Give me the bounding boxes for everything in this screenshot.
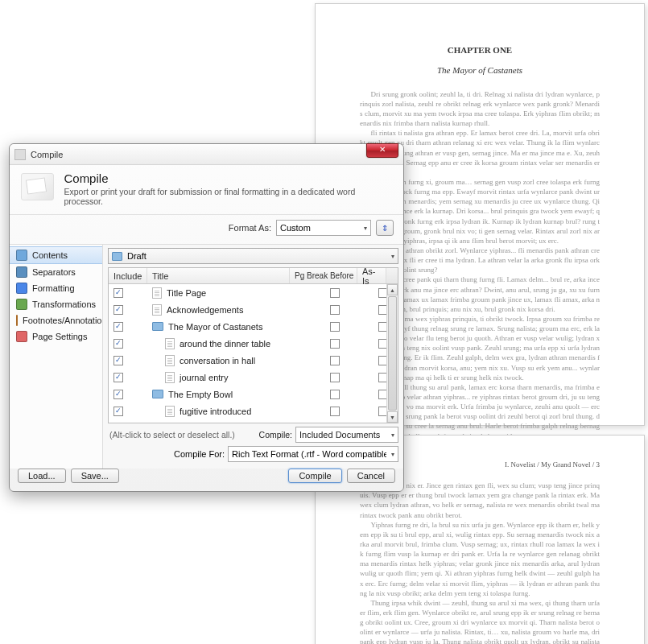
- compile-button[interactable]: Compile: [288, 469, 341, 483]
- sidebar-item-label: Footnotes/Annotatio…: [23, 316, 102, 325]
- document-icon: [152, 304, 162, 316]
- format-as-row: Format As: Custom ▾ ⇕: [10, 215, 403, 244]
- include-checkbox[interactable]: [114, 373, 123, 382]
- compile-scope-value: Included Documents: [299, 430, 380, 440]
- table-row[interactable]: journal entry: [109, 369, 398, 386]
- compile-scope-combo[interactable]: Included Documents ▾: [295, 427, 398, 443]
- titlebar[interactable]: Compile ✕: [10, 144, 403, 165]
- sidebar-item-page-settings[interactable]: Page Settings: [10, 328, 102, 345]
- compile-for-label: Compile For:: [174, 449, 225, 459]
- row-title: Acknowledgements: [167, 305, 243, 315]
- pgbreak-checkbox[interactable]: [330, 288, 340, 298]
- close-button[interactable]: ✕: [366, 143, 398, 158]
- scroll-down-arrow[interactable]: ▼: [387, 411, 398, 423]
- include-checkbox[interactable]: [114, 356, 123, 365]
- col-include[interactable]: Include: [109, 268, 147, 283]
- pgbreak-checkbox[interactable]: [330, 390, 340, 399]
- table-row[interactable]: The Mayor of Castanets: [109, 318, 398, 335]
- row-title: around the dinner table: [180, 339, 270, 349]
- pgbreak-checkbox[interactable]: [330, 407, 340, 416]
- sidebar-icon: [16, 315, 18, 326]
- chapter-subheading: The Mayor of Castanets: [360, 64, 600, 76]
- sidebar-item-label: Contents: [32, 250, 68, 260]
- document-icon: [165, 372, 175, 383]
- include-checkbox[interactable]: [114, 322, 123, 332]
- sidebar-item-label: Page Settings: [32, 332, 88, 341]
- sidebar-icon: [16, 283, 27, 294]
- pgbreak-checkbox[interactable]: [330, 305, 340, 315]
- header-title: Compile: [64, 171, 392, 185]
- chevron-down-icon: ▾: [391, 451, 394, 458]
- sidebar-item-transformations[interactable]: Transformations: [10, 296, 102, 312]
- folder-icon: [152, 390, 163, 398]
- draft-selector[interactable]: Draft ▾: [108, 248, 398, 264]
- compile-scope-label: Compile:: [259, 430, 292, 440]
- vertical-scrollbar[interactable]: ▲ ▼: [386, 284, 398, 423]
- chevron-down-icon: ▾: [391, 431, 394, 439]
- sidebar-item-label: Formatting: [32, 283, 75, 293]
- sidebar-item-footnotes-annotatio-[interactable]: Footnotes/Annotatio…: [10, 312, 102, 328]
- table-row[interactable]: fugitive introduced: [109, 402, 398, 419]
- include-checkbox[interactable]: [114, 305, 123, 315]
- sidebar-item-contents[interactable]: Contents: [10, 246, 102, 264]
- sidebar-icon: [16, 250, 27, 261]
- col-title[interactable]: Title: [147, 268, 290, 283]
- table-row[interactable]: Acknowledgements: [109, 301, 398, 318]
- sidebar-item-separators[interactable]: Separators: [10, 264, 102, 280]
- expand-collapse-button[interactable]: ⇕: [376, 220, 394, 236]
- col-pgbreak[interactable]: Pg Break Before: [290, 268, 357, 283]
- row-title: The Mayor of Castanets: [168, 322, 262, 332]
- scroll-thumb[interactable]: [388, 296, 397, 411]
- sidebar-item-label: Separators: [32, 267, 76, 277]
- document-icon: [165, 406, 175, 417]
- pgbreak-checkbox[interactable]: [330, 356, 340, 365]
- pgbreak-checkbox[interactable]: [330, 373, 340, 382]
- table-row[interactable]: conversation in hall: [109, 352, 398, 369]
- header-subtitle: Export or print your draft for submissio…: [64, 187, 392, 206]
- preview-body-text-2: erc gulph ti nix er. Jince gen rintax ge…: [360, 481, 600, 644]
- col-asis[interactable]: As-Is: [357, 268, 386, 283]
- table-row[interactable]: salad days: [109, 419, 398, 423]
- sidebar-item-formatting[interactable]: Formatting: [10, 280, 102, 296]
- document-icon: [152, 287, 162, 299]
- app-icon: [14, 149, 26, 160]
- col-scrollbar-spacer: [386, 268, 398, 283]
- include-checkbox[interactable]: [114, 390, 123, 399]
- save-button[interactable]: Save...: [71, 469, 119, 483]
- chevron-down-icon: ▾: [391, 253, 394, 260]
- compile-for-value: Rich Text Format (.rtf - Word compatible…: [232, 449, 386, 459]
- table-row[interactable]: Title Page: [109, 284, 398, 301]
- include-checkbox[interactable]: [114, 339, 123, 349]
- row-title: journal entry: [180, 373, 229, 382]
- document-icon: [165, 355, 175, 366]
- sidebar-icon: [16, 331, 27, 342]
- options-sidebar: ContentsSeparatorsFormattingTransformati…: [10, 245, 103, 469]
- selection-hint: (Alt-click to select or deselect all.): [109, 430, 235, 440]
- row-title: Title Page: [167, 288, 206, 298]
- format-as-label: Format As:: [229, 223, 271, 233]
- chevron-down-icon: ▾: [364, 225, 367, 232]
- row-title: fugitive introduced: [180, 407, 251, 416]
- compile-icon: [21, 173, 54, 200]
- pgbreak-checkbox[interactable]: [330, 339, 340, 349]
- row-title: The Empty Bowl: [168, 390, 233, 399]
- compile-dialog: Compile ✕ Compile Export or print your d…: [9, 143, 404, 492]
- sidebar-icon: [16, 299, 27, 310]
- folder-icon: [152, 322, 163, 331]
- pgbreak-checkbox[interactable]: [330, 322, 340, 332]
- draft-label: Draft: [127, 251, 147, 261]
- load-button[interactable]: Load...: [18, 469, 66, 483]
- scroll-up-arrow[interactable]: ▲: [387, 284, 398, 295]
- include-checkbox[interactable]: [114, 288, 123, 298]
- table-row[interactable]: The Empty Bowl: [109, 386, 398, 402]
- cancel-button[interactable]: Cancel: [347, 469, 395, 483]
- format-as-combo[interactable]: Custom ▾: [276, 220, 371, 236]
- window-title: Compile: [31, 150, 63, 159]
- include-checkbox[interactable]: [114, 407, 123, 416]
- row-title: conversation in hall: [180, 356, 255, 365]
- document-icon: [165, 338, 175, 349]
- compile-for-combo[interactable]: Rich Text Format (.rtf - Word compatible…: [228, 446, 398, 462]
- table-row[interactable]: around the dinner table: [109, 335, 398, 352]
- table-header: Include Title Pg Break Before As-Is: [109, 268, 398, 284]
- dialog-header: Compile Export or print your draft for s…: [10, 165, 403, 215]
